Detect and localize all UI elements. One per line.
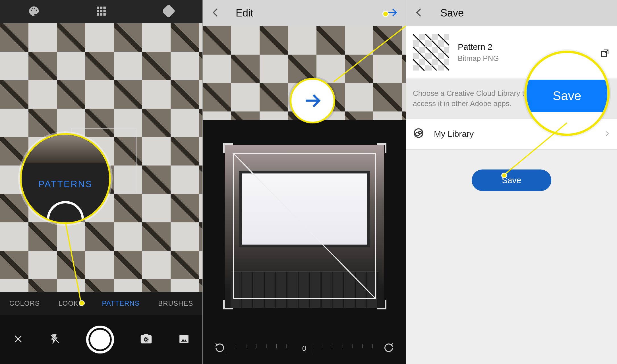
palette-icon[interactable] (28, 5, 40, 18)
rotation-value: 0 (302, 344, 306, 353)
svg-rect-2 (103, 7, 105, 9)
save-top-bar: Save (406, 0, 617, 26)
capture-controls (0, 315, 202, 364)
svg-rect-6 (97, 13, 99, 15)
callout-leader (503, 122, 568, 176)
edit-bottom-bar: | | | | | | | | 0 | | | | | | | | (203, 333, 406, 364)
grid-icon[interactable] (96, 5, 107, 18)
svg-line-29 (504, 123, 567, 175)
gallery-icon[interactable] (178, 333, 190, 346)
kaleido-icon[interactable] (163, 5, 175, 18)
callout-dot (79, 300, 85, 306)
callout-forward (290, 78, 335, 123)
callout-label: PATTERNS (22, 179, 109, 189)
switch-camera-icon[interactable] (140, 333, 152, 346)
rotation-slider[interactable]: | | | | | | | | 0 | | | | | | | | (225, 344, 383, 353)
tab-colors[interactable]: COLORS (9, 299, 40, 307)
back-icon[interactable] (413, 7, 425, 19)
mode-tabs: COLORS LOOKS PATTERNS BRUSHES (0, 292, 202, 315)
svg-rect-8 (103, 13, 105, 15)
close-icon[interactable] (13, 334, 24, 346)
crop-handle-br[interactable] (377, 300, 386, 309)
rotate-ccw-icon[interactable] (214, 342, 225, 355)
chevron-right-icon (604, 129, 610, 139)
tab-brushes[interactable]: BRUSHES (158, 299, 193, 307)
callout-patterns: PATTERNS (20, 133, 111, 224)
callout-save-label: Save (527, 80, 607, 112)
capture-panel: COLORS LOOKS PATTERNS BRUSHES PATTERNS (0, 0, 202, 364)
pattern-name[interactable]: Pattern 2 (458, 42, 499, 52)
capture-top-bar (0, 0, 202, 23)
edit-title: Edit (236, 7, 297, 19)
svg-rect-4 (100, 10, 102, 12)
tab-patterns[interactable]: PATTERNS (102, 299, 139, 307)
save-title: Save (440, 7, 464, 19)
flash-off-icon[interactable] (49, 334, 60, 346)
cc-icon (413, 127, 424, 141)
svg-rect-0 (97, 7, 99, 9)
shutter-button[interactable] (86, 326, 114, 353)
crop-handle-tr[interactable] (377, 143, 386, 153)
svg-marker-21 (233, 154, 376, 299)
svg-rect-3 (97, 10, 99, 12)
pattern-format: Bitmap PNG (458, 54, 499, 63)
crop-handle-bl[interactable] (223, 300, 233, 309)
source-photo[interactable] (225, 145, 384, 308)
svg-point-28 (419, 131, 421, 134)
expand-icon[interactable] (600, 48, 610, 59)
edit-panel: Edit | | | | | | | | 0 | | | | | | | | (202, 0, 406, 364)
pattern-thumbnail (413, 34, 449, 71)
callout-dot (501, 173, 507, 178)
crop-diagonal-overlay[interactable] (225, 145, 384, 308)
back-icon[interactable] (210, 7, 221, 19)
callout-leader (334, 14, 406, 82)
svg-rect-7 (100, 13, 102, 15)
svg-rect-5 (103, 10, 105, 12)
save-panel: Save Pattern 2 Bitmap PNG Choose a Creat… (406, 0, 617, 364)
library-name: My Library (434, 129, 474, 139)
svg-rect-1 (100, 7, 102, 9)
crop-handle-tl[interactable] (223, 143, 233, 153)
undo-icon[interactable] (383, 342, 394, 355)
svg-line-22 (334, 15, 406, 82)
